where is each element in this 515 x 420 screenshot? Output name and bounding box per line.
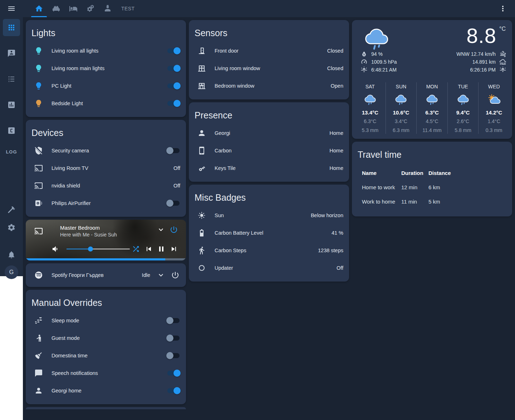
presence-state: Home <box>329 165 343 171</box>
sidebar-item-c-panel[interactable] <box>3 122 20 139</box>
forecast-day: MON 6.3°C 4.5°C 11.4 mm <box>416 82 447 134</box>
guest-greeting-icon <box>34 334 43 342</box>
tab-test[interactable]: TEST <box>121 6 134 11</box>
air-purifier-icon <box>34 199 43 207</box>
rainy-icon <box>448 93 479 107</box>
media-progress-bar[interactable] <box>26 258 186 260</box>
volume-slider-thumb[interactable] <box>88 246 93 251</box>
sidebar-item-conversation[interactable] <box>3 45 20 62</box>
kebab-menu-icon[interactable] <box>499 4 507 13</box>
card-title: Lights <box>26 20 186 42</box>
power-icon[interactable] <box>168 268 182 282</box>
tab-automation[interactable] <box>82 0 99 17</box>
cast-icon <box>34 227 43 235</box>
table-cell: Home to work <box>362 184 401 190</box>
key-icon <box>197 164 206 172</box>
forecast-low: 3.4°C <box>386 118 417 124</box>
badge-row[interactable]: Carbon Battery Level 41 % <box>189 224 349 241</box>
device-label: nvidia shield <box>52 183 173 189</box>
sidebar-item-history[interactable] <box>3 96 20 113</box>
sleep-zzz-icon <box>34 316 43 325</box>
light-label: Bedside Light <box>52 101 167 106</box>
device-label: Security camera <box>52 148 167 153</box>
forecast-high: 13.4°C <box>355 109 386 116</box>
presence-row[interactable]: Carbon Home <box>189 142 349 159</box>
badge-label: Carbon Battery Level <box>215 230 332 236</box>
override-toggle[interactable] <box>167 353 180 358</box>
tab-health[interactable] <box>99 0 116 17</box>
device-state[interactable]: Off <box>173 183 180 189</box>
travel-time-card: Travel time Name Duration Distance Home … <box>352 142 512 216</box>
presence-row[interactable]: Georgi Home <box>189 124 349 142</box>
sensor-row[interactable]: Living room window Closed <box>189 59 349 77</box>
volume-slider[interactable] <box>67 249 130 249</box>
badge-value: Below horizon <box>311 213 343 218</box>
tab-living-room[interactable] <box>48 0 65 17</box>
light-toggle[interactable] <box>167 83 180 88</box>
sidebar-bottom: G <box>0 202 23 279</box>
badge-row[interactable]: Updater Off <box>189 259 349 277</box>
pause-icon[interactable] <box>155 244 167 254</box>
spotify-player-card: Spotify Георги Гърдев Idle <box>26 263 186 287</box>
shuffle-icon[interactable] <box>130 244 142 254</box>
next-card-peek <box>26 407 186 409</box>
tab-home[interactable] <box>30 0 48 17</box>
override-label: Domestina time <box>52 353 167 358</box>
sidebar-item-list[interactable] <box>3 70 20 88</box>
chevron-down-icon[interactable] <box>154 268 168 282</box>
pressure-row: 1009.5 hPa <box>360 58 397 66</box>
user-avatar[interactable]: G <box>5 265 18 279</box>
forecast-low: 4.5°C <box>417 118 447 124</box>
override-toggle[interactable] <box>167 371 180 376</box>
card-title: Presence <box>189 102 349 124</box>
bell-icon[interactable] <box>3 248 20 262</box>
media-player-name: Master Bedroom <box>60 225 154 231</box>
override-toggle[interactable] <box>167 318 180 323</box>
column-header: Distance <box>428 170 506 176</box>
forecast-day-label: WED <box>479 84 509 89</box>
device-toggle[interactable] <box>167 201 180 206</box>
sunset-icon <box>499 66 506 73</box>
override-toggle[interactable] <box>167 336 180 341</box>
skip-next-icon[interactable] <box>168 244 180 254</box>
sensor-label: Living room window <box>215 65 327 71</box>
circle-outline-icon <box>197 264 206 272</box>
table-cell: 5 km <box>428 199 506 205</box>
column-header: Duration <box>401 170 428 176</box>
hamburger-menu-icon[interactable] <box>7 4 16 13</box>
gear-icon[interactable] <box>3 220 20 235</box>
apps-grid-icon <box>7 23 16 32</box>
sidebar-item-overview[interactable] <box>3 19 20 36</box>
forecast-high: 9.4°C <box>448 109 479 116</box>
device-row[interactable]: Living Room TV Off <box>26 159 186 177</box>
sensor-row[interactable]: Front door Closed <box>189 42 349 59</box>
override-toggle[interactable] <box>167 388 180 393</box>
device-state[interactable]: Off <box>173 165 180 171</box>
table-cell: 11 min <box>401 199 428 205</box>
device-toggle[interactable] <box>167 148 180 153</box>
light-toggle[interactable] <box>167 48 180 53</box>
table-cell: 6 km <box>428 184 506 190</box>
sensors-card: Sensors Front door Closed Living room wi… <box>189 20 349 99</box>
person-icon <box>197 129 206 137</box>
current-temperature[interactable]: 8.8 <box>466 24 496 48</box>
override-row: Georgi home <box>26 382 186 399</box>
hammer-icon[interactable] <box>3 202 20 217</box>
forecast-precip: 6.3 mm <box>386 127 417 133</box>
volume-high-icon[interactable] <box>52 245 60 253</box>
chevron-down-icon[interactable] <box>154 225 167 235</box>
card-title: Travel time <box>352 142 512 163</box>
skip-previous-icon[interactable] <box>142 244 155 254</box>
column-2: Sensors Front door Closed Living room wi… <box>189 20 349 282</box>
power-icon[interactable] <box>167 225 180 235</box>
device-row[interactable]: nvidia shield Off <box>26 177 186 194</box>
sensor-row[interactable]: Bedroom window Open <box>189 77 349 94</box>
presence-row[interactable]: Keys Tile Home <box>189 159 349 177</box>
tab-bedroom[interactable] <box>65 0 82 17</box>
sidebar-item-log[interactable]: LOG <box>6 149 17 155</box>
light-toggle[interactable] <box>167 66 180 71</box>
forecast-low: 1.4°C <box>479 118 509 124</box>
light-toggle[interactable] <box>167 101 180 106</box>
badge-row[interactable]: Sun Below horizon <box>189 206 349 224</box>
badge-row[interactable]: Carbon Steps 1238 steps <box>189 241 349 259</box>
